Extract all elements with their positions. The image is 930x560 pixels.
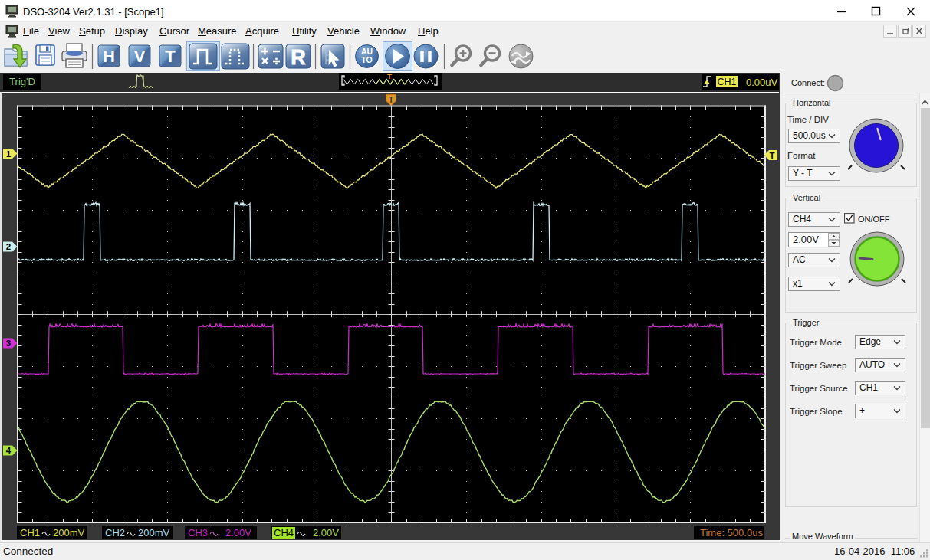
svg-text:T: T xyxy=(769,151,774,160)
svg-text:TO: TO xyxy=(361,55,372,64)
svg-text:2: 2 xyxy=(6,242,11,251)
svg-text:T: T xyxy=(387,73,392,80)
svg-text:3: 3 xyxy=(6,339,11,348)
svg-text:1: 1 xyxy=(6,149,12,159)
svg-text:V: V xyxy=(134,47,146,66)
svg-text:T: T xyxy=(165,47,176,66)
svg-text:H: H xyxy=(103,47,115,66)
svg-text:R: R xyxy=(291,46,306,69)
svg-text:4: 4 xyxy=(6,446,12,455)
svg-text:0.00uV: 0.00uV xyxy=(746,77,778,88)
svg-text:T: T xyxy=(389,96,393,104)
svg-text:CH1: CH1 xyxy=(717,77,736,87)
